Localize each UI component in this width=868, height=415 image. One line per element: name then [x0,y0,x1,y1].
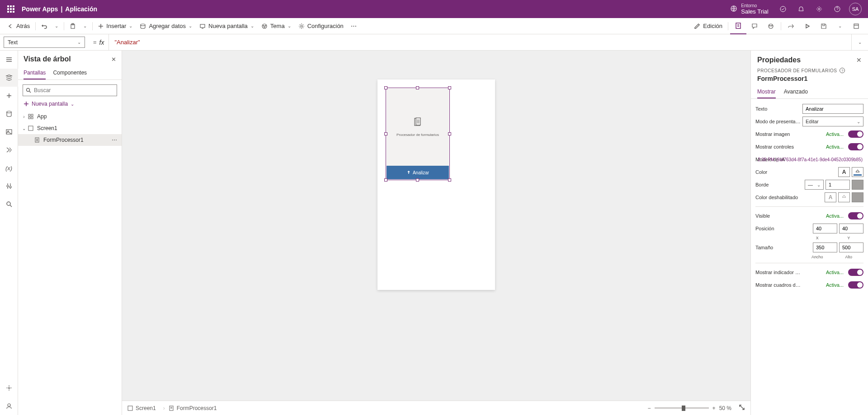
prop-showcontrols-toggle[interactable] [848,143,863,150]
fp-placeholder-text: Procesador de formularios [396,133,439,137]
props-help-icon[interactable]: ? [840,68,845,73]
settings-icon[interactable] [810,0,828,18]
svg-point-14 [769,24,773,28]
paste-button[interactable] [66,18,80,34]
prop-label-showcontrols: Mostrar controles [755,144,802,149]
document-icon [413,117,423,130]
user-avatar[interactable]: SA [846,0,864,18]
props-close[interactable]: ✕ [856,56,862,64]
tree-search-input[interactable] [34,87,114,93]
properties-toggle[interactable] [730,18,746,34]
prop-fillcolor-swatch[interactable] [852,167,863,177]
prop-borderstyle-select[interactable]: —⌄ [805,180,824,190]
paste-menu[interactable]: ⌄ [80,18,90,34]
props-title: Propiedades [757,56,801,64]
tab-screens[interactable]: Pantallas [24,67,46,79]
edit-mode-button[interactable]: Edición [690,23,726,29]
rail-tree-view[interactable] [0,69,18,87]
comments-toggle[interactable] [746,18,763,34]
undo-menu[interactable]: ⌄ [51,18,62,34]
prop-label-showboxes: Mostrar cuadros de ... [755,282,802,288]
props-kind: PROCESADOR DE FORMULARIOS [757,68,837,73]
share-button[interactable] [783,18,799,34]
prop-borderwidth-input[interactable] [826,180,850,190]
prop-disabled-fill[interactable] [838,192,850,202]
svg-point-21 [7,185,9,187]
zoom-slider[interactable] [655,407,709,409]
design-canvas[interactable]: Procesador de formularios Analizar [122,51,750,401]
prop-label-size: Tamaño [755,245,802,250]
copilot-toggle[interactable] [763,18,779,34]
prop-label-showindicator: Mostrar indicador d... [755,270,802,275]
rail-search[interactable] [0,195,18,213]
app-launcher[interactable] [4,2,18,16]
tree-item-formprocessor1[interactable]: FormProcessor1 ⋯ [18,134,122,146]
rail-variables[interactable]: (x) [0,159,18,177]
save-menu[interactable]: ⌄ [832,18,848,34]
rail-advanced-tools[interactable] [0,177,18,195]
prop-height-input[interactable] [839,242,863,252]
tree-search[interactable] [23,84,117,96]
prop-disabled-fontcolor[interactable]: A [825,192,836,202]
property-selector[interactable]: Text⌄ [4,37,85,48]
analyze-button[interactable]: Analizar [387,166,449,179]
breadcrumb-control[interactable]: FormProcessor1 [169,405,217,411]
formula-expand[interactable]: ⌄ [852,34,868,50]
rail-media[interactable] [0,123,18,141]
notifications-icon[interactable] [792,0,810,18]
prop-showimage-toggle[interactable] [848,131,863,138]
tree-close[interactable]: ✕ [111,56,116,63]
zoom-out[interactable]: − [648,405,651,411]
props-control-name[interactable]: FormProcessor1 [751,73,868,86]
formula-input[interactable]: "Analizar" [109,34,852,50]
more-commands[interactable]: ⋯ [347,18,360,34]
rail-hamburger[interactable] [0,51,18,69]
publish-button[interactable] [848,18,864,34]
prop-y-input[interactable] [839,224,863,233]
environment-picker[interactable]: EntornoSales Trial [730,4,769,15]
breadcrumb-screen[interactable]: Screen1 [127,405,156,411]
rail-data[interactable] [0,105,18,123]
preview-button[interactable] [799,18,816,34]
prop-showindicator-toggle[interactable] [848,269,863,276]
save-button[interactable] [816,18,832,34]
svg-point-10 [265,25,266,26]
prop-modelia-value[interactable]: 2:38 PM (9af763d4-8f7a-41e1-9de4-0452c03… [758,157,863,162]
props-tab-advanced[interactable]: Avanzado [784,86,808,98]
undo-button[interactable] [38,18,51,34]
tree-new-screen[interactable]: Nueva pantalla⌄ [18,99,122,111]
diagnostics-icon[interactable] [774,0,792,18]
back-button[interactable]: Atrás [4,18,33,34]
prop-text-input[interactable] [802,104,863,114]
tree-item-screen1[interactable]: ⌄ Screen1 [18,122,122,134]
tree-item-more[interactable]: ⋯ [110,137,119,143]
svg-rect-13 [736,23,741,28]
help-icon[interactable] [828,0,846,18]
tab-components[interactable]: Componentes [53,67,87,79]
canvas-screen[interactable]: Procesador de formularios Analizar [377,79,495,290]
theme-button[interactable]: Tema⌄ [258,18,295,34]
rail-settings[interactable] [0,379,18,397]
insert-button[interactable]: Insertar⌄ [94,18,136,34]
selected-control[interactable]: Procesador de formularios Analizar [386,88,450,180]
prop-x-input[interactable] [813,224,837,233]
rail-virtual-agent[interactable] [0,397,18,415]
prop-visible-toggle[interactable] [848,212,863,219]
prop-displaymode-select[interactable]: Editar⌄ [802,117,863,126]
prop-width-input[interactable] [813,242,837,252]
tree-item-app[interactable]: › App [18,111,122,122]
settings-button[interactable]: Configuración [295,18,347,34]
zoom-in[interactable]: + [712,405,716,411]
prop-bordercolor-swatch[interactable] [852,180,863,190]
fit-to-window[interactable] [739,404,745,412]
add-data-button[interactable]: Agregar datos⌄ [136,18,196,34]
prop-fontcolor-swatch[interactable]: A [838,167,850,177]
rail-power-automate[interactable] [0,141,18,159]
prop-showboxes-toggle[interactable] [848,281,863,289]
prop-disabled-border[interactable] [852,192,863,202]
new-screen-button[interactable]: Nueva pantalla⌄ [196,18,258,34]
props-tab-show[interactable]: Mostrar [757,86,776,98]
rail-insert[interactable] [0,87,18,105]
svg-rect-17 [854,24,859,28]
environment-label: Entorno [741,4,769,8]
